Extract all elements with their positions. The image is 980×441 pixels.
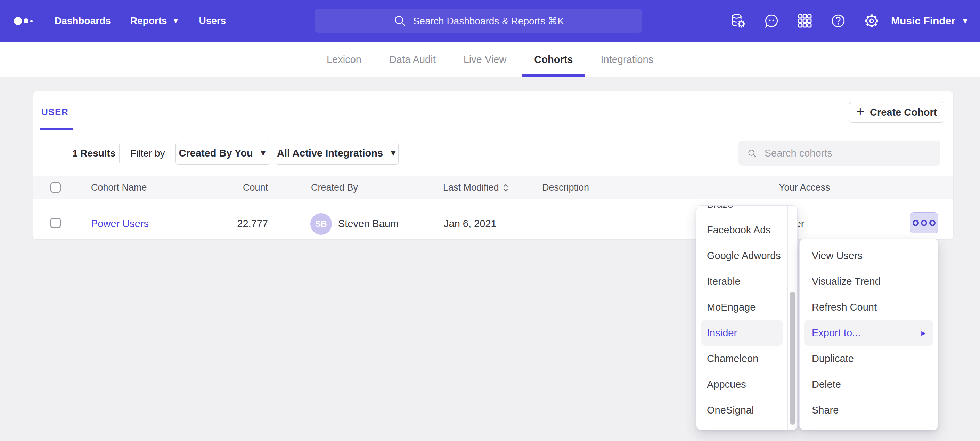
created-by-filter[interactable]: Created By You ▼ bbox=[175, 142, 270, 165]
menu-item-facebook-ads[interactable]: Facebook Ads bbox=[701, 217, 783, 243]
workspace-switcher[interactable]: Music Finder ▼ bbox=[891, 15, 969, 27]
nav-dashboards[interactable]: Dashboards bbox=[54, 15, 111, 26]
cohorts-page: Dashboards Reports▼ Users Search Dashboa… bbox=[0, 0, 980, 441]
chevron-down-icon: ▼ bbox=[962, 18, 969, 25]
menu-item-onesignal[interactable]: OneSignal bbox=[701, 397, 783, 423]
nav-users[interactable]: Users bbox=[199, 15, 226, 26]
avatar: SB bbox=[310, 213, 332, 235]
active-tab-underline bbox=[40, 128, 73, 130]
results-count: 1 Results bbox=[72, 130, 116, 176]
submenu-arrow-icon: ▸ bbox=[921, 328, 926, 339]
divider bbox=[119, 144, 119, 163]
plus-icon: + bbox=[856, 104, 864, 120]
cohort-row: Power Users 22,777 SB Steven Baum Jan 6,… bbox=[33, 199, 953, 240]
more-options-icon bbox=[913, 220, 919, 226]
menu-item-refresh-count[interactable]: Refresh Count bbox=[804, 294, 934, 320]
menu-item-share[interactable]: Share bbox=[804, 397, 934, 423]
created-by-cell: SB Steven Baum bbox=[310, 199, 399, 240]
menu-item-export-to[interactable]: Export to...▸ bbox=[804, 320, 934, 346]
cohort-search[interactable] bbox=[738, 141, 940, 166]
cohorts-content: USER + Create Cohort 1 Results Filter by… bbox=[0, 77, 980, 441]
chevron-down-icon: ▼ bbox=[389, 149, 397, 157]
menu-item-google-adwords[interactable]: Google Adwords bbox=[701, 243, 783, 268]
filter-toolbar: 1 Results Filter by Created By You ▼ All… bbox=[33, 130, 953, 176]
settings-icon[interactable] bbox=[863, 13, 880, 29]
menu-scrollbar-thumb[interactable] bbox=[790, 292, 795, 425]
cohorts-card: USER + Create Cohort 1 Results Filter by… bbox=[33, 91, 954, 240]
col-cohort-name[interactable]: Cohort Name bbox=[91, 176, 147, 199]
card-header: USER + Create Cohort bbox=[33, 91, 953, 130]
last-modified-cell: Jan 6, 2021 bbox=[444, 199, 496, 240]
search-icon bbox=[747, 147, 757, 159]
col-your-access[interactable]: Your Access bbox=[779, 176, 830, 199]
menu-item-moengage[interactable]: MoEngage bbox=[701, 294, 783, 320]
section-tabs: Lexicon Data Audit Live View Cohorts Int… bbox=[0, 42, 980, 77]
mixpanel-logo-icon[interactable] bbox=[14, 0, 33, 42]
col-description[interactable]: Description bbox=[542, 176, 589, 199]
feedback-icon[interactable] bbox=[763, 13, 780, 29]
primary-nav: Dashboards Reports▼ Users bbox=[54, 0, 226, 42]
menu-item-view-users[interactable]: View Users bbox=[804, 243, 934, 268]
search-icon bbox=[393, 14, 407, 28]
row-actions-button[interactable] bbox=[910, 212, 938, 233]
cohort-count: 22,777 bbox=[207, 199, 268, 240]
topbar-actions: Music Finder ▼ bbox=[730, 0, 969, 42]
menu-item-insider[interactable]: Insider bbox=[701, 320, 783, 346]
col-created-by[interactable]: Created By bbox=[311, 176, 358, 199]
global-search-input[interactable]: Search Dashboards & Reports ⌘K bbox=[315, 9, 642, 33]
menu-scrollbar-track[interactable] bbox=[788, 206, 797, 430]
data-management-icon[interactable] bbox=[730, 13, 746, 29]
col-count[interactable]: Count bbox=[207, 176, 268, 199]
created-by-name: Steven Baum bbox=[338, 218, 399, 230]
cohort-search-input[interactable] bbox=[765, 147, 932, 159]
col-last-modified[interactable]: Last Modified bbox=[443, 176, 509, 199]
menu-item-chameleon[interactable]: Chameleon bbox=[701, 346, 783, 371]
top-navigation-bar: Dashboards Reports▼ Users Search Dashboa… bbox=[0, 0, 980, 42]
table-header: Cohort Name Count Created By Last Modifi… bbox=[33, 176, 953, 199]
menu-item-appcues[interactable]: Appcues bbox=[701, 371, 783, 397]
filter-by-label: Filter by bbox=[130, 130, 165, 176]
tab-integrations[interactable]: Integrations bbox=[589, 42, 665, 77]
menu-item-visualize-trend[interactable]: Visualize Trend bbox=[804, 268, 934, 294]
cohort-name-link[interactable]: Power Users bbox=[91, 218, 149, 230]
row-actions-menu: View UsersVisualize TrendRefresh CountEx… bbox=[799, 238, 938, 430]
nav-reports[interactable]: Reports▼ bbox=[130, 15, 180, 26]
sort-icon bbox=[503, 184, 509, 192]
apps-grid-icon[interactable] bbox=[797, 13, 813, 29]
chevron-down-icon: ▼ bbox=[172, 17, 180, 25]
tab-data-audit[interactable]: Data Audit bbox=[377, 42, 448, 77]
tab-lexicon[interactable]: Lexicon bbox=[315, 42, 373, 77]
menu-item-braze[interactable]: Braze bbox=[701, 205, 783, 217]
help-icon[interactable] bbox=[830, 13, 846, 29]
tab-live-view[interactable]: Live View bbox=[452, 42, 519, 77]
select-all-checkbox[interactable] bbox=[50, 182, 61, 193]
global-search-placeholder: Search Dashboards & Reports ⌘K bbox=[413, 15, 564, 27]
row-checkbox[interactable] bbox=[50, 218, 61, 228]
chevron-down-icon: ▼ bbox=[259, 149, 267, 157]
tab-cohorts[interactable]: Cohorts bbox=[522, 42, 584, 77]
export-destinations-menu: BrazeFacebook AdsGoogle AdwordsIterableM… bbox=[696, 205, 797, 430]
tab-user-cohorts[interactable]: USER bbox=[41, 107, 68, 118]
create-cohort-button[interactable]: + Create Cohort bbox=[849, 102, 944, 123]
integrations-filter[interactable]: All Active Integrations ▼ bbox=[275, 142, 399, 165]
menu-item-duplicate[interactable]: Duplicate bbox=[804, 346, 934, 371]
menu-item-delete[interactable]: Delete bbox=[804, 371, 934, 397]
menu-item-iterable[interactable]: Iterable bbox=[701, 268, 783, 294]
